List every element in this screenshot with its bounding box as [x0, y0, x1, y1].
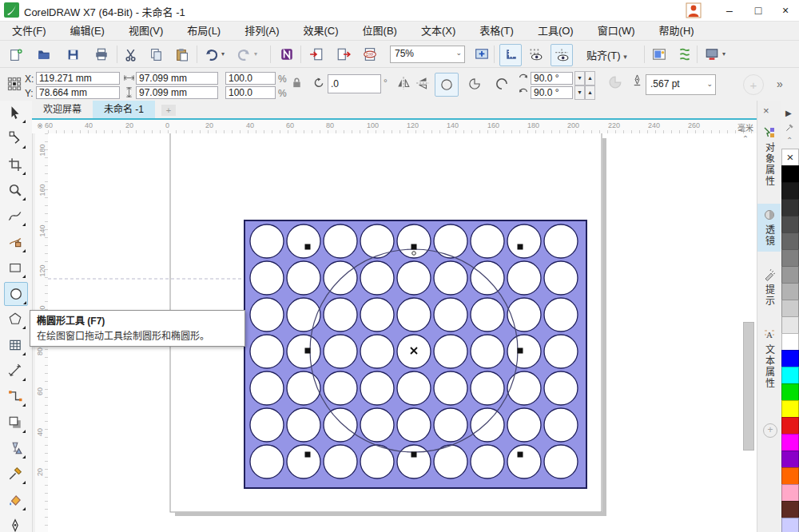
color-swatch-red[interactable]: [781, 417, 799, 435]
docker-tab-text-properties[interactable]: A文本属性: [757, 324, 781, 394]
circle-object[interactable]: [434, 261, 467, 295]
redo-icon[interactable]: [233, 44, 254, 65]
save-icon[interactable]: [62, 44, 83, 65]
circle-object[interactable]: [250, 261, 284, 295]
circle-object[interactable]: [471, 371, 504, 405]
y-position-field[interactable]: [36, 86, 120, 99]
zoom-dropdown-icon[interactable]: ⌄: [455, 49, 462, 57]
circle-object[interactable]: [434, 445, 467, 478]
color-swatch-yellow[interactable]: [781, 400, 799, 418]
color-swatch-30-black[interactable]: [781, 283, 799, 300]
account-icon[interactable]: [686, 2, 702, 18]
circle-object[interactable]: [507, 298, 541, 332]
circle-object[interactable]: [397, 261, 431, 295]
connector-tool[interactable]: [4, 385, 26, 407]
selection-handle[interactable]: [305, 452, 311, 458]
flyout-arrow-icon[interactable]: [22, 378, 26, 381]
flyout-arrow-icon[interactable]: [22, 145, 26, 149]
color-swatch-orange[interactable]: [781, 467, 799, 485]
circle-object[interactable]: [324, 261, 357, 295]
lock-ratio-icon[interactable]: [291, 77, 303, 89]
flyout-arrow-icon[interactable]: [23, 301, 26, 304]
snap-to-button[interactable]: 贴齐(T) ▾: [586, 47, 627, 62]
circle-object[interactable]: [434, 371, 467, 405]
circle-object[interactable]: [324, 224, 357, 258]
menu-item-4[interactable]: 排列(A): [233, 22, 291, 40]
circle-object[interactable]: [471, 335, 504, 368]
circle-object[interactable]: [397, 408, 431, 442]
horizontal-ruler[interactable]: 毫米 6040200204060801001201401601802002202…: [48, 120, 757, 134]
close-button[interactable]: ×: [772, 1, 799, 20]
circle-object[interactable]: [287, 261, 320, 295]
change-direction-icon[interactable]: [607, 74, 623, 90]
polygon-tool[interactable]: [4, 308, 26, 330]
circle-object[interactable]: [324, 408, 357, 442]
color-swatch-40-black[interactable]: [781, 266, 799, 284]
color-swatch-light-violet[interactable]: [781, 518, 799, 532]
table-tool[interactable]: [4, 334, 26, 356]
import-icon[interactable]: [306, 44, 327, 65]
flyout-arrow-icon[interactable]: [22, 197, 26, 200]
show-grid-icon[interactable]: [525, 44, 546, 65]
circle-object[interactable]: [471, 261, 504, 295]
color-swatch-90-black[interactable]: [781, 182, 799, 200]
circle-object[interactable]: [544, 224, 578, 258]
add-property-icon[interactable]: +: [743, 74, 764, 95]
flyout-arrow-icon[interactable]: [22, 507, 26, 510]
circle-object[interactable]: [434, 408, 467, 442]
undo-dropdown-icon[interactable]: ▾: [221, 50, 225, 58]
circle-object[interactable]: [324, 371, 357, 405]
object-height-field[interactable]: [136, 86, 218, 99]
mirror-vertical-icon[interactable]: [415, 76, 430, 90]
circle-object[interactable]: [360, 445, 394, 478]
circle-object[interactable]: [360, 261, 394, 295]
document-tab-0[interactable]: 欢迎屏幕: [32, 101, 93, 118]
docker-tab-lens[interactable]: 透镜: [757, 204, 781, 252]
circle-object[interactable]: [324, 298, 357, 332]
arc-start-angle-field[interactable]: [531, 72, 573, 85]
circle-object[interactable]: [507, 371, 541, 405]
arc-end-angle-field[interactable]: [531, 86, 573, 99]
interactive-fill-tool[interactable]: [4, 489, 26, 511]
selection-handle[interactable]: [518, 452, 523, 458]
outline-pen-tool[interactable]: [4, 514, 26, 532]
circle-object[interactable]: [250, 298, 284, 332]
circle-object[interactable]: [250, 335, 284, 368]
selection-handle[interactable]: [518, 348, 523, 354]
maximize-button[interactable]: □: [745, 1, 772, 20]
circle-object[interactable]: [287, 335, 320, 368]
crop-tool[interactable]: [4, 153, 26, 176]
arc-end-down-spinner[interactable]: ▼: [574, 85, 585, 100]
menu-item-2[interactable]: 视图(V): [117, 22, 175, 40]
flyout-arrow-icon[interactable]: [22, 403, 26, 407]
customize-icon[interactable]: [674, 44, 695, 65]
document-tab-1[interactable]: 未命名 -1: [93, 101, 155, 118]
arc-mode-button[interactable]: [491, 73, 513, 95]
color-swatch-blue[interactable]: [781, 350, 799, 367]
cut-icon[interactable]: [120, 44, 141, 65]
color-swatch-magenta[interactable]: [781, 434, 799, 451]
add-docker-button[interactable]: +: [763, 423, 777, 438]
zoom-level-combo[interactable]: 75% ⌄: [390, 46, 465, 63]
paste-icon[interactable]: [171, 44, 192, 65]
circle-object[interactable]: [250, 408, 284, 442]
flyout-arrow-icon[interactable]: [22, 275, 26, 278]
circle-object[interactable]: [544, 335, 578, 368]
selection-handle[interactable]: [305, 244, 311, 250]
circle-object[interactable]: [397, 298, 431, 332]
circle-object[interactable]: [544, 298, 578, 332]
circle-object[interactable]: [360, 298, 394, 332]
search-content-icon[interactable]: [276, 44, 297, 65]
parallel-dimension-tool[interactable]: [4, 359, 26, 382]
ellipse-tool[interactable]: [4, 282, 28, 306]
circle-object[interactable]: [324, 445, 357, 478]
x-position-field[interactable]: [36, 72, 120, 85]
circle-object[interactable]: [471, 224, 504, 258]
circle-object[interactable]: [287, 224, 320, 258]
flyout-arrow-icon[interactable]: [22, 455, 26, 459]
open-icon[interactable]: [34, 44, 54, 65]
circle-object[interactable]: [507, 335, 541, 368]
selection-handle[interactable]: [411, 452, 417, 458]
circle-object[interactable]: [287, 298, 320, 332]
menu-item-1[interactable]: 编辑(E): [58, 22, 117, 40]
